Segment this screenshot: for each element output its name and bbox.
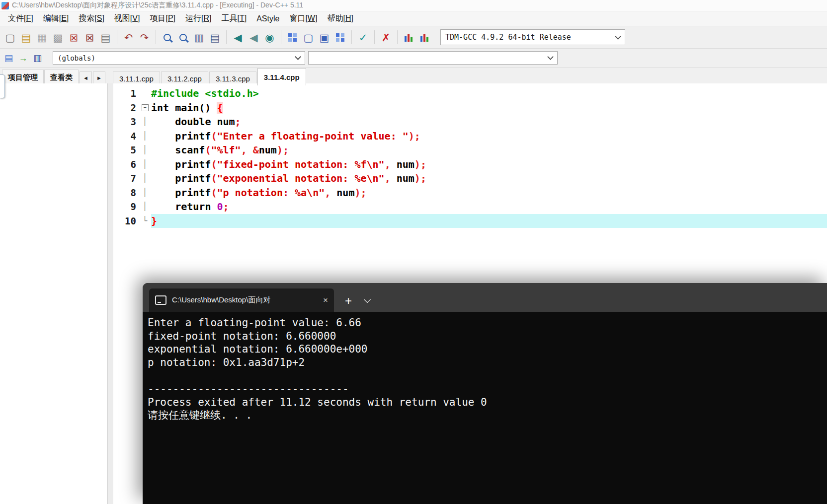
terminal-window[interactable]: C:\Users\hbw\Desktop\面向对 × + Enter a flo… (143, 283, 827, 504)
new-tab-button[interactable]: + (345, 295, 352, 307)
fold-marker: │ (139, 186, 151, 200)
print-icon[interactable]: ▤ (98, 30, 113, 45)
code-text[interactable]: printf("exponential notation: %e\n", num… (151, 171, 827, 186)
terminal-title-bar[interactable]: C:\Users\hbw\Desktop\面向对 × + (143, 283, 827, 312)
compile-run-icon[interactable] (333, 30, 347, 45)
compiler-select[interactable]: TDM-GCC 4.9.2 64-bit Release (440, 29, 625, 45)
terminal-tab-title: C:\Users\hbw\Desktop\面向对 (172, 295, 270, 305)
line-number: 10 (113, 214, 139, 228)
code-line-9[interactable]: 9│ return 0; (113, 200, 827, 214)
line-number: 6 (113, 157, 139, 172)
menu-item-0[interactable]: 文件[F] (3, 13, 38, 24)
fold-marker[interactable]: − (139, 101, 151, 115)
editor-tab-3.11.4.cpp[interactable]: 3.11.4.cpp (257, 68, 306, 85)
close-all-icon[interactable]: ⊠ (83, 30, 97, 45)
terminal-line: -------------------------------- (148, 382, 823, 396)
code-text[interactable]: double num; (151, 115, 827, 129)
open-icon[interactable]: ▤ (19, 30, 33, 45)
goto-line-icon[interactable]: ▥ (192, 30, 206, 45)
menu-item-7[interactable]: AStyle (251, 14, 284, 23)
terminal-line: Process exited after 11.12 seconds with … (148, 396, 823, 409)
undo-icon[interactable]: ↶ (121, 30, 136, 45)
line-number: 3 (113, 115, 139, 129)
code-text[interactable]: return 0; (151, 200, 827, 214)
tab-class-browser-label: 查看类 (50, 73, 73, 82)
tab-dropdown-chevron-icon[interactable] (364, 296, 371, 303)
terminal-tab[interactable]: C:\Users\hbw\Desktop\面向对 × (149, 288, 334, 312)
fold-marker: │ (139, 157, 151, 172)
close-icon[interactable]: ⊠ (67, 30, 81, 45)
line-number: 1 (113, 86, 139, 101)
code-text[interactable]: printf("fixed-point notation: %f\n", num… (151, 157, 827, 172)
menu-item-2[interactable]: 搜索[S] (74, 13, 109, 24)
run-icon[interactable]: ▢ (301, 30, 316, 45)
menu-item-9[interactable]: 帮助[H] (322, 13, 358, 24)
reformat-icon[interactable]: ▤ (208, 30, 222, 45)
forward-icon[interactable]: ◀ (247, 30, 261, 45)
code-line-8[interactable]: 8│ printf("p notation: %a\n", num); (113, 186, 827, 200)
code-text[interactable]: printf("Enter a floating-point value: ")… (151, 129, 827, 144)
new-file-small-icon[interactable]: ▤ (2, 52, 15, 64)
code-line-3[interactable]: 3│ double num; (113, 115, 827, 129)
code-line-7[interactable]: 7│ printf("exponential notation: %e\n", … (113, 171, 827, 186)
menu-item-1[interactable]: 编辑[E] (38, 13, 74, 24)
floating-panel-handle[interactable] (0, 74, 5, 98)
code-text[interactable]: int main() { (151, 101, 827, 115)
menu-item-4[interactable]: 项目[P] (145, 13, 180, 24)
code-text[interactable]: } (151, 214, 827, 228)
code-text[interactable]: scanf("%lf", &num); (151, 143, 827, 157)
code-line-1[interactable]: 1#include <stdio.h> (113, 86, 827, 101)
redo-icon[interactable]: ↷ (137, 30, 152, 45)
save-icon[interactable]: ▦ (35, 30, 49, 45)
globals-select[interactable]: (globals) (53, 51, 305, 65)
fold-marker: │ (139, 143, 151, 157)
pause-icon[interactable]: ◉ (262, 30, 277, 45)
rebuild-all-icon[interactable]: ▣ (317, 30, 331, 45)
title-bar: C:\Users\hbw\Desktop\面向对象程序设计\25c语言重修\3.… (0, 0, 827, 11)
panel-splitter[interactable] (108, 83, 113, 504)
code-line-2[interactable]: 2−int main() { (113, 101, 827, 115)
delete-profiling-icon[interactable] (417, 30, 432, 45)
menu-bar: 文件[F]编辑[E]搜索[S]视图[V]项目[P]运行[R]工具[T]AStyl… (0, 11, 827, 26)
menu-item-5[interactable]: 运行[R] (180, 13, 216, 24)
find-icon[interactable] (160, 30, 174, 45)
navbar-icons: ▤→▥ (2, 52, 44, 64)
menu-item-3[interactable]: 视图[V] (109, 13, 145, 24)
code-line-6[interactable]: 6│ printf("fixed-point notation: %f\n", … (113, 157, 827, 172)
code-text[interactable]: printf("p notation: %a\n", num); (151, 186, 827, 200)
terminal-output: Enter a floating-point value: 6.66fixed-… (143, 312, 827, 422)
code-line-4[interactable]: 4│ printf("Enter a floating-point value:… (113, 129, 827, 144)
goto-definition-icon[interactable]: → (17, 52, 29, 64)
debug-check-icon[interactable]: ✓ (356, 30, 370, 45)
abort-icon[interactable]: ✗ (379, 30, 393, 45)
close-tab-icon[interactable]: × (323, 296, 328, 304)
bookmark-icon[interactable]: ▥ (31, 52, 44, 64)
members-select[interactable] (308, 51, 558, 65)
chevron-down-icon (547, 54, 554, 60)
chevron-down-icon (295, 54, 301, 60)
new-source-icon[interactable]: ▢ (3, 30, 17, 45)
line-number: 4 (113, 129, 139, 144)
globals-select-value: (globals) (58, 54, 95, 62)
terminal-line: Enter a floating-point value: 6.66 (148, 316, 823, 330)
menu-item-8[interactable]: 窗口[W] (284, 13, 322, 24)
chevron-down-icon (615, 33, 621, 40)
menu-item-6[interactable]: 工具[T] (216, 13, 251, 24)
fold-marker: └ (139, 214, 151, 228)
profile-icon[interactable] (402, 30, 416, 45)
tab-scroll-right-icon[interactable]: ► (93, 72, 105, 84)
line-number: 9 (113, 200, 139, 214)
project-panel[interactable] (0, 83, 108, 504)
code-line-10[interactable]: 10└} (113, 214, 827, 228)
code-line-5[interactable]: 5│ scanf("%lf", &num); (113, 143, 827, 157)
toolbar-icons: ▢▤▦▩⊠⊠▤↶↷▥▤◀◀◉▢▣✓✗ (3, 30, 432, 45)
compile-icon[interactable] (285, 30, 300, 45)
tab-scroll-left-icon[interactable]: ◄ (80, 72, 92, 84)
back-icon[interactable]: ◀ (231, 30, 245, 45)
line-number: 2 (113, 101, 139, 115)
save-all-icon[interactable]: ▩ (51, 30, 65, 45)
terminal-line: fixed-point notation: 6.660000 (148, 330, 823, 343)
code-text[interactable]: #include <stdio.h> (151, 86, 827, 101)
terminal-line (148, 369, 823, 382)
replace-icon[interactable] (176, 30, 190, 45)
